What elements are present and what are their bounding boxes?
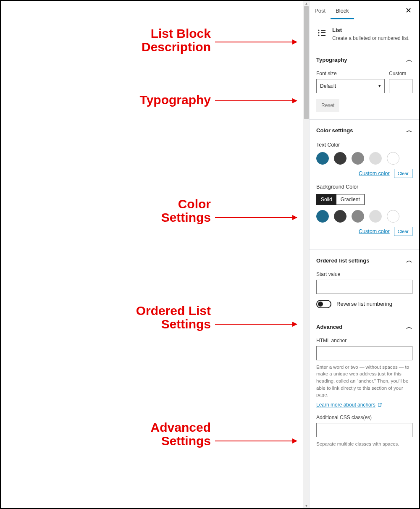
font-size-label: Font size: [316, 71, 385, 76]
bg-color-swatches: [316, 210, 412, 223]
panel-color-settings: Color settings ︿ Text Color Custom color…: [310, 120, 419, 250]
bg-mode-gradient[interactable]: Gradient: [336, 194, 364, 205]
start-value-input[interactable]: [316, 280, 412, 294]
block-caption: Create a bulleted or numbered list.: [332, 35, 412, 42]
scroll-down-arrow[interactable]: ▼: [303, 503, 310, 508]
html-anchor-label: HTML anchor: [316, 338, 412, 344]
annotation-arrow: [215, 441, 297, 441]
block-description: List Create a bulleted or numbered list.: [310, 20, 419, 49]
start-value-label: Start value: [316, 271, 412, 277]
learn-more-text: Learn more about anchors: [316, 402, 375, 408]
learn-more-anchors-link[interactable]: Learn more about anchors: [316, 402, 382, 408]
reset-button[interactable]: Reset: [316, 99, 339, 112]
annotation-ordered-list-settings: Ordered ListSettings: [127, 304, 211, 331]
tab-post[interactable]: Post: [310, 1, 331, 19]
close-icon[interactable]: ✕: [402, 6, 415, 15]
annotation-arrow: [215, 42, 297, 42]
annotation-color-settings: ColorSettings: [135, 197, 211, 224]
bg-mode-solid[interactable]: Solid: [317, 194, 336, 205]
annotation-arrow: [215, 217, 297, 218]
bg-custom-color-link[interactable]: Custom color: [359, 228, 390, 234]
sidebar-tabs: Post Block ✕: [310, 1, 419, 20]
panel-color-title: Color settings: [316, 127, 353, 134]
annotation-list-block-description: List BlockDescription: [118, 27, 211, 53]
swatch-charcoal[interactable]: [334, 152, 346, 165]
swatch-teal[interactable]: [316, 210, 329, 223]
chevron-up-icon: ︿: [406, 126, 412, 134]
css-classes-label: Additional CSS class(es): [316, 415, 412, 420]
bg-color-label: Background Color: [316, 184, 412, 190]
custom-label: Custom: [389, 71, 412, 76]
chevron-down-icon: ▾: [378, 83, 381, 89]
annotation-typography: Typography: [118, 93, 211, 107]
bg-color-clear-button[interactable]: Clear: [394, 227, 412, 236]
text-color-swatches: [316, 152, 412, 165]
panel-typography: Typography ︿ Font size Default ▾ Custom …: [310, 49, 419, 120]
reverse-toggle[interactable]: [316, 300, 331, 308]
swatch-light-gray[interactable]: [369, 152, 382, 165]
chevron-up-icon: ︿: [406, 56, 412, 64]
panel-ordered-list: Ordered list settings ︿ Start value Reve…: [310, 250, 419, 316]
panel-typography-title: Typography: [316, 57, 347, 63]
css-classes-input[interactable]: [316, 423, 412, 437]
scroll-up-arrow[interactable]: ▲: [303, 1, 310, 6]
scroll-thumb[interactable]: [304, 6, 309, 119]
reverse-label: Reverse list numbering: [336, 301, 392, 307]
annotation-arrow: [215, 324, 297, 325]
panel-advanced-toggle[interactable]: Advanced ︿: [316, 316, 412, 338]
panel-color-toggle[interactable]: Color settings ︿: [316, 120, 412, 141]
html-anchor-help: Enter a word or two — without spaces — t…: [316, 364, 412, 399]
block-title: List: [332, 27, 412, 33]
swatch-charcoal[interactable]: [334, 210, 346, 223]
bg-mode-segmented: Solid Gradient: [316, 194, 365, 205]
external-link-icon: [377, 402, 382, 407]
font-size-select[interactable]: Default ▾: [316, 79, 385, 93]
chevron-up-icon: ︿: [406, 323, 412, 331]
swatch-teal[interactable]: [316, 152, 329, 165]
swatch-light-gray[interactable]: [369, 210, 382, 223]
tab-block[interactable]: Block: [331, 1, 354, 19]
swatch-white[interactable]: [387, 210, 399, 223]
swatch-gray[interactable]: [352, 152, 364, 165]
list-block-icon: [316, 27, 328, 39]
panel-advanced: Advanced ︿ HTML anchor Enter a word or t…: [310, 316, 419, 455]
panel-typography-toggle[interactable]: Typography ︿: [316, 49, 412, 71]
swatch-gray[interactable]: [352, 210, 364, 223]
custom-font-size-input[interactable]: [389, 79, 412, 93]
text-custom-color-link[interactable]: Custom color: [359, 171, 390, 176]
font-size-value: Default: [320, 83, 336, 89]
panel-ordered-toggle[interactable]: Ordered list settings ︿: [316, 250, 412, 271]
text-color-clear-button[interactable]: Clear: [394, 169, 412, 178]
chevron-up-icon: ︿: [406, 257, 412, 265]
settings-sidebar: Post Block ✕ List Create a bulleted or n…: [309, 1, 419, 508]
panel-ordered-title: Ordered list settings: [316, 257, 369, 264]
html-anchor-input[interactable]: [316, 346, 412, 360]
annotation-arrow: [215, 100, 297, 101]
text-color-label: Text Color: [316, 142, 412, 148]
annotation-advanced-settings: AdvancedSettings: [131, 421, 211, 447]
panel-advanced-title: Advanced: [316, 324, 342, 330]
swatch-white[interactable]: [387, 152, 399, 165]
css-classes-help: Separate multiple classes with spaces.: [316, 441, 412, 448]
